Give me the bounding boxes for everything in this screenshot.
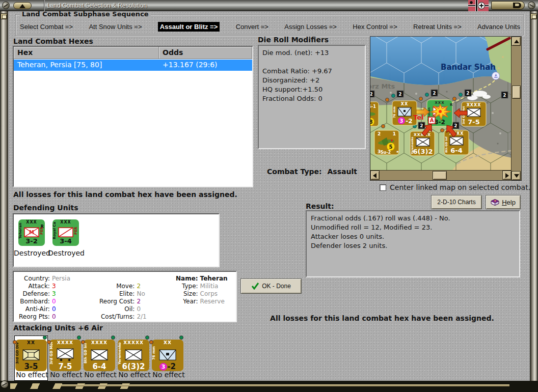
horizontal-scroll-thumb[interactable] (433, 171, 447, 180)
game-window: Land Combat Selection & Resolution Land … (0, 0, 538, 392)
svg-text:5: 5 (389, 144, 393, 150)
detail-cost-turns: 2/1 (137, 314, 146, 320)
right-triangle-icon (505, 173, 509, 178)
unit-status: No effect (14, 371, 50, 379)
map-counter-yeremenko[interactable]: XXXXX Yeremenko 6(3)2 (410, 131, 435, 156)
svg-text:2: 2 (454, 123, 457, 128)
close-button[interactable] (491, 1, 525, 10)
up-triangle-icon (514, 40, 519, 43)
collapse-button[interactable] (13, 2, 32, 9)
titlebar-divider (44, 0, 45, 11)
attacking-unit-76mm[interactable]: XX 76 mm 3-2 (152, 340, 183, 371)
detail-antiair: 0 (52, 306, 70, 313)
svg-text:Su-2: Su-2 (381, 150, 391, 155)
subphase-title: Land Combat Subphase Sequence (20, 10, 151, 18)
ok-done-button[interactable]: OK - Done (240, 278, 302, 294)
svg-text:6-4: 6-4 (450, 147, 463, 154)
map-place-label: Bandar Shah (441, 63, 496, 72)
phase-select-combat[interactable]: Select Combat => (20, 23, 73, 31)
vertical-scroll-thumb[interactable] (512, 86, 521, 99)
center-map-option: Center linked map on selected combat. (380, 183, 530, 191)
hq-infantry-symbol (125, 349, 142, 360)
map-counter-su2[interactable]: 2 1 3 5 Su-2 * (374, 130, 399, 155)
defending-unit-royal-cav[interactable]: XXX Royal Cav PER 3-4 (52, 219, 79, 246)
unit-status: Destroyed (14, 249, 49, 257)
modifier-line: Disorganized: +2 (262, 76, 361, 85)
attacking-unit-3rd-gd-mot[interactable]: XXXX 3rd GD Mot 7-5 (49, 340, 81, 371)
map-horizontal-scrollbar[interactable] (370, 170, 512, 180)
orange-status-dot (47, 340, 51, 344)
result-title: Result: (306, 202, 334, 210)
unit-name: 3rd GD Div (15, 342, 20, 365)
phase-convert[interactable]: Convert => (236, 23, 268, 31)
map-target-label: Tel (413, 114, 423, 121)
frame-window-icon-left[interactable] (1, 13, 7, 19)
frame-line-decoration (61, 384, 509, 386)
unit-status: No effect (117, 371, 152, 379)
frame-window-icon-right[interactable] (530, 13, 537, 19)
table-row-selected[interactable]: Teheran, Persia [75, 80] +13.167 (29:6) (14, 60, 252, 71)
svg-text:-2: -2 (406, 118, 412, 125)
details-column-2: Move:2 Elite:No Reorg Cost:2 Oil:0 Cost/… (99, 283, 147, 320)
svg-text:8th GD Inf: 8th GD Inf (445, 136, 448, 153)
motorized-symbol (57, 348, 74, 361)
attacking-unit-8th-gd-inf[interactable]: XXXX 8th GD Inf 6-4 (84, 340, 115, 371)
details-column-3: Name:Teheran Type:Militia Size:Corps Yea… (176, 275, 228, 305)
title-bar[interactable]: Land Combat Selection & Resolution (0, 0, 538, 11)
map-canvas[interactable]: ⚓ Bandar Shah orz Mts 2 2 2 2 2 2 2 G- (370, 37, 512, 171)
linked-map[interactable]: ⚓ Bandar Shah orz Mts 2 2 2 2 2 2 2 G- (370, 36, 522, 181)
modifiers-title: Die Roll Modifiers (258, 36, 329, 44)
artillery-symbol (159, 349, 176, 360)
unit-value: 3-2 (18, 237, 45, 245)
phase-assign-losses[interactable]: Assign Losses => (284, 23, 337, 31)
unit-nation: PER (74, 222, 79, 239)
svg-text:2: 2 (370, 92, 373, 97)
phase-hex-control[interactable]: Hex Control => (353, 23, 397, 31)
modifier-line: Fractional Odds: 0 (262, 94, 361, 103)
phase-retreat-units[interactable]: Retreat Units => (413, 23, 462, 31)
defending-title: Defending Units (13, 204, 78, 212)
map-counter-partial-air[interactable]: G-1 8 (370, 102, 379, 126)
defending-unit-teheran[interactable]: XXX Teheran R PER M 3-2 (18, 219, 45, 246)
svg-text:XXXX: XXXX (467, 103, 481, 107)
phase-assault-or-blitz[interactable]: Assault or Blitz => (158, 22, 220, 32)
attacking-unit-yeremenko[interactable]: XXXXX Yeremenko 6(3)2 (118, 340, 149, 371)
collapse-triangle-icon (19, 4, 25, 8)
unit-name: 3rd GD Mot (49, 342, 55, 365)
detail-name: Teheran (200, 275, 228, 282)
svg-text:XXX: XXX (435, 101, 444, 105)
phase-advance-units[interactable]: Advance Units (477, 23, 520, 31)
detail-reorg-pts: 0 (52, 314, 70, 320)
column-header-odds[interactable]: Odds (159, 47, 252, 59)
center-map-label: Center linked map on selected combat. (390, 183, 530, 191)
detail-defense: 3 (52, 291, 70, 297)
scroll-up-button[interactable] (512, 37, 521, 46)
unit-status: No effect (151, 371, 186, 379)
map-vertical-scrollbar[interactable] (511, 37, 521, 180)
window-knob-icon[interactable] (2, 2, 10, 9)
svg-text:*: * (396, 150, 399, 155)
scroll-left-button[interactable] (370, 171, 380, 180)
phase-att-snow-units[interactable]: Att Snow Units => (89, 23, 142, 31)
detail-type: Militia (200, 283, 228, 290)
help-button[interactable]: ? Help (486, 195, 521, 209)
charts-button-label: 2-D-10 Charts (437, 199, 475, 206)
center-map-checkbox[interactable] (380, 184, 386, 191)
column-header-hex[interactable]: Hex (14, 47, 159, 59)
losses-assigned-message-bottom: All losses for this land combat hex have… (234, 314, 530, 322)
hexes-title: Land Combat Hexes (13, 37, 93, 45)
germany-war-flag-icon (468, 0, 489, 11)
attacking-title: Attacking Units +6 Air (13, 324, 103, 332)
map-counter-art76[interactable]: XX 76 mm 3 -2 (392, 101, 417, 125)
help-book-icon: ? (491, 199, 499, 206)
unit-value: 6(3)2 (118, 362, 149, 371)
svg-text:2: 2 (420, 123, 423, 128)
charts-button[interactable]: 2-D-10 Charts (431, 195, 482, 209)
scroll-down-button[interactable] (512, 171, 521, 180)
svg-text:2: 2 (378, 131, 381, 136)
attacking-unit-3rd-gd-div[interactable]: XX 3rd GD Div 3-5 (15, 340, 47, 371)
scroll-right-button[interactable] (502, 171, 512, 180)
detail-bombard: 0 (52, 298, 70, 305)
svg-text:1: 1 (393, 131, 396, 136)
detail-reorg-cost: 2 (137, 298, 146, 305)
